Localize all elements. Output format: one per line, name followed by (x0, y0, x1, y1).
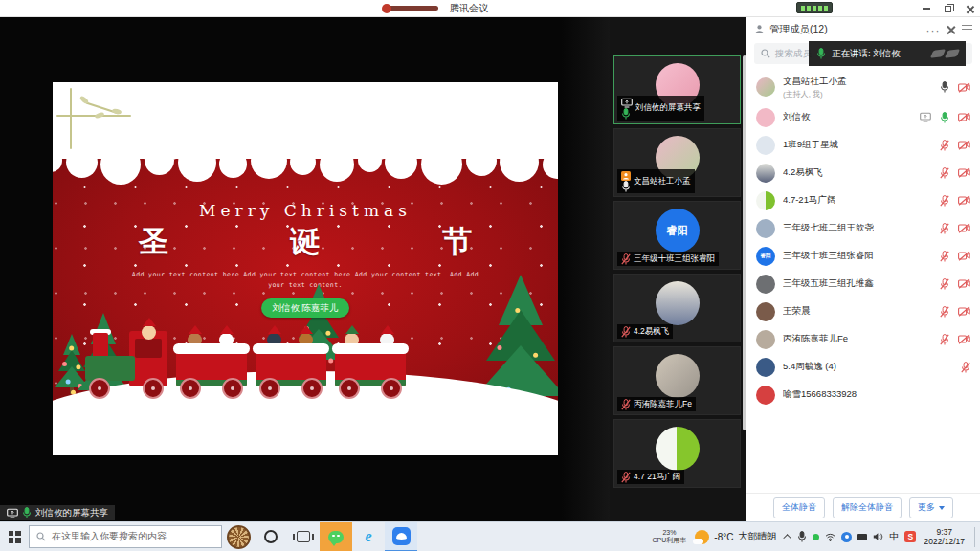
caret-down-icon (939, 506, 945, 510)
avatar (656, 281, 700, 325)
mute-all-button[interactable]: 全体静音 (773, 497, 825, 518)
tile-name-chip: 4.7 21马广阔 (617, 470, 684, 484)
member-row[interactable]: 丙洧陈嘉菲儿Fe (746, 325, 980, 353)
slide-title-en: Merry Christmas (53, 201, 558, 220)
member-row[interactable]: 刘信攸 (746, 103, 980, 131)
cpu-usage[interactable]: 23% CPU利用率 (653, 529, 687, 545)
windows-taskbar: 在这里输入你要搜索的内容 e 23% CPU利用率 -8°C 大部晴朗 中S 9… (0, 521, 980, 551)
video-tile[interactable]: 丙洧陈嘉菲儿Fe (613, 346, 741, 415)
member-row[interactable]: 喻雪15668333928 (746, 381, 980, 408)
member-row[interactable]: 5.4周毓逸 (4) (746, 353, 980, 381)
member-row[interactable]: 睿阳 三年级十班三组张睿阳 (746, 242, 980, 270)
internet-explorer-icon: e (365, 528, 371, 545)
panel-more-icon[interactable] (925, 21, 941, 38)
screen-share-banner-label: 刘信攸的屏幕共享 (35, 507, 108, 519)
avatar (756, 330, 775, 349)
video-tile[interactable]: 文昌站社工小孟 (613, 128, 741, 197)
taskbar-search-input[interactable]: 在这里输入你要搜索的内容 (29, 525, 222, 548)
avatar (756, 191, 775, 210)
avatar (756, 164, 775, 183)
shield-blue-icon[interactable] (841, 532, 852, 542)
mic-off-icon (940, 195, 949, 207)
taskbar-app-meeting[interactable] (385, 522, 417, 551)
train-car (335, 350, 406, 386)
video-tile[interactable]: 4.7 21马广阔 (613, 419, 741, 488)
member-panel-footer: 全体静音 解除全体静音 更多 (746, 493, 980, 521)
member-name: 4.7-21马广阔 (783, 194, 835, 207)
task-view-button[interactable] (287, 522, 320, 551)
mic-off-icon (621, 472, 631, 483)
tile-label: 刘信攸的屏幕共享 (635, 102, 701, 114)
train-car (176, 350, 247, 386)
start-button[interactable] (0, 531, 29, 543)
member-row[interactable]: 三年级七班二组王歆尧 (746, 214, 980, 242)
member-row[interactable]: 1班9组于星城 (746, 131, 980, 159)
christmas-slide: Merry Christmas 圣 诞 节 Add your text cont… (53, 82, 558, 455)
annotation-slider[interactable] (385, 6, 438, 11)
video-tile[interactable]: 睿阳 三年级十班三组张睿阳 (613, 201, 741, 270)
search-placeholder: 搜索成员 (775, 48, 812, 60)
video-tile[interactable]: 4.2易枫飞 (613, 274, 741, 342)
member-name: 5.4周毓逸 (4) (783, 361, 836, 373)
cortana-button[interactable] (255, 522, 287, 551)
locomotive (85, 331, 167, 386)
led-widget-icon (796, 2, 833, 13)
ime-icon[interactable]: 中 (889, 530, 899, 543)
paper-clouds-bottom (53, 403, 558, 448)
screen-share-icon (7, 508, 18, 518)
mic-off-icon (961, 362, 970, 373)
mic-off-icon (621, 399, 631, 410)
member-name: 1班9组于星城 (783, 139, 838, 151)
member-row[interactable]: 文昌站社工小孟 (主持人, 我) (746, 71, 980, 103)
member-name: 三年级七班二组王歆尧 (783, 222, 874, 234)
zh-char: 诞 (291, 222, 321, 262)
screen-gray-icon (920, 112, 931, 122)
more-button[interactable]: 更多 (909, 497, 953, 518)
cam-off-icon (958, 195, 970, 206)
panel-menu-icon[interactable] (962, 25, 972, 33)
toast-decoration-icon (932, 50, 958, 57)
member-name: 三年级十班三组张睿阳 (783, 250, 874, 262)
mic-green-icon (940, 112, 949, 123)
video-tile[interactable]: 刘信攸的屏幕共享 (613, 55, 741, 124)
taskbar-clock[interactable]: 9:37 2022/12/17 (924, 527, 965, 547)
member-row[interactable]: 4.2易枫飞 (746, 159, 980, 187)
search-icon (761, 49, 770, 58)
show-desktop-button[interactable] (974, 527, 980, 547)
volume-icon[interactable] (873, 532, 883, 541)
chevron-up-icon[interactable] (786, 534, 791, 540)
mic-off-icon (621, 253, 631, 265)
avatar (756, 358, 775, 377)
member-name: 文昌站社工小孟 (783, 76, 847, 88)
panel-close-icon[interactable] (946, 25, 955, 34)
microphone-icon[interactable] (797, 531, 807, 542)
minimize-button[interactable] (923, 8, 930, 10)
device-icon[interactable] (858, 534, 867, 540)
green-dot-icon[interactable] (813, 534, 819, 540)
tile-name-chip: 4.2易枫飞 (617, 324, 673, 339)
cam-off-icon (958, 112, 970, 122)
taskbar-app-ornate[interactable] (222, 522, 255, 551)
taskbar-app-wechat[interactable] (320, 522, 352, 551)
member-row[interactable]: 4.7-21马广阔 (746, 187, 980, 214)
member-row[interactable]: 三年级五班三组孔维鑫 (746, 270, 980, 298)
host-icon (621, 171, 631, 181)
weather-widget[interactable]: -8°C 大部晴朗 (695, 530, 776, 544)
member-name: 4.2易枫飞 (783, 166, 823, 179)
wireless-icon[interactable] (825, 533, 835, 541)
slider-handle-icon[interactable] (382, 4, 391, 13)
close-button[interactable] (966, 5, 974, 13)
avatar (756, 77, 775, 97)
tile-name-chip: 丙洧陈嘉菲儿Fe (617, 397, 696, 411)
titlebar: 腾讯会议 (0, 0, 980, 17)
sogou-icon[interactable]: S (904, 531, 916, 542)
restore-button[interactable] (945, 6, 951, 12)
member-row[interactable]: 王荣晨 (746, 298, 980, 325)
tile-name-chip: 刘信攸的屏幕共享 (617, 96, 704, 121)
wechat-icon (328, 531, 344, 543)
tile-label: 4.2易枫飞 (634, 326, 669, 338)
mic-off-icon (940, 140, 949, 151)
unmute-all-button[interactable]: 解除全体静音 (833, 497, 902, 518)
taskbar-app-ie[interactable]: e (352, 522, 385, 551)
tile-label: 文昌站社工小孟 (634, 176, 691, 187)
